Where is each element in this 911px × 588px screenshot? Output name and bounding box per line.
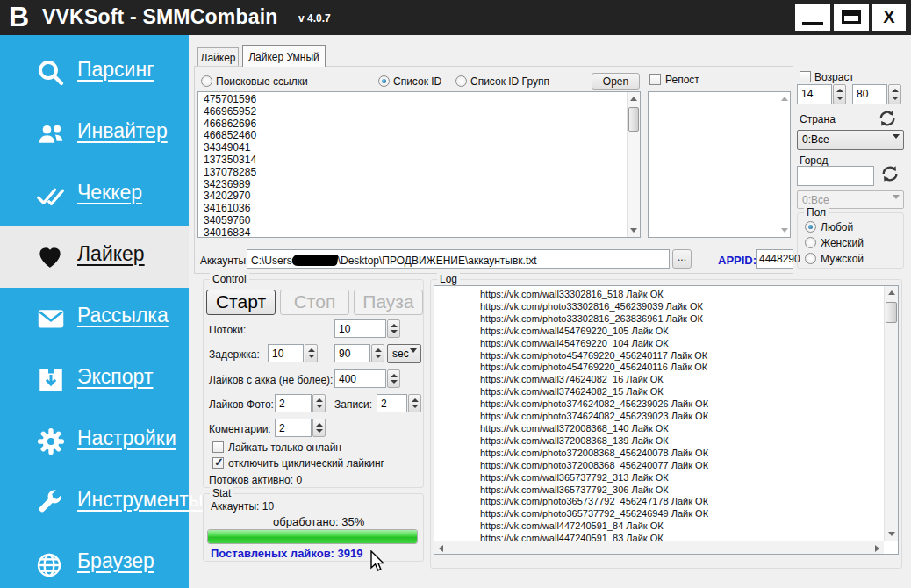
id-list-item: 137350314: [200, 154, 626, 167]
log-entry: https://vk.com/wall372008368_139 Лайк ОК: [434, 435, 883, 448]
age-max-spinner[interactable]: 80: [852, 84, 901, 104]
scroll-up-icon[interactable]: [628, 97, 640, 101]
repost-textarea[interactable]: [648, 91, 791, 238]
online-only-checkbox[interactable]: [212, 441, 224, 453]
accounts-label: Аккаунты: [200, 255, 246, 267]
app-window: B VVKSoft - SMMCombain v 4.0.7 X Парсинг…: [0, 0, 911, 588]
delay-max-spinner[interactable]: 90: [334, 344, 384, 362]
browse-button[interactable]: ...: [672, 249, 692, 269]
id-list-item: 466862696: [200, 118, 626, 131]
path-suffix: \Desktop\ПРОДВИЖЕНИЕ\аккаунтывк.txt: [338, 255, 537, 267]
sidebar-item-mailing[interactable]: Рассылка: [0, 288, 189, 349]
spinner-buttons[interactable]: [408, 394, 421, 412]
radio-label: Женский: [821, 237, 864, 249]
appid-input[interactable]: 4448290: [756, 249, 793, 269]
age-checkbox[interactable]: [800, 71, 811, 82]
refresh-city-icon[interactable]: [879, 163, 900, 184]
id-list[interactable]: 4757015964669659524668626964668524603434…: [197, 91, 641, 238]
log-entry: https://vk.com/photo365737792_456247178 …: [434, 496, 883, 508]
radio-gender-female[interactable]: [805, 237, 816, 248]
id-list-item: 137078285: [200, 167, 626, 179]
sidebar-item-browser[interactable]: Браузер: [0, 534, 189, 588]
sidebar-item-tools[interactable]: Инструменты: [0, 472, 189, 534]
tab-liker-smart[interactable]: Лайкер Умный: [242, 45, 326, 67]
sidebar-item-checker[interactable]: Чеккер: [0, 165, 189, 226]
sidebar-item-export[interactable]: Экспорт: [0, 349, 189, 411]
scroll-right-icon[interactable]: [875, 545, 879, 552]
radio-gender-any[interactable]: [805, 221, 816, 233]
country-dropdown[interactable]: 0:Все: [797, 130, 904, 150]
threads-spinner[interactable]: 10: [334, 319, 400, 338]
scroll-left-icon[interactable]: [439, 545, 443, 552]
radio-search-links[interactable]: [201, 75, 212, 87]
tab-liker[interactable]: Лайкер: [197, 47, 239, 67]
stat-group-label: Stat: [210, 487, 233, 499]
disable-cyclic-checkbox[interactable]: [212, 457, 224, 469]
repost-checkbox[interactable]: [649, 74, 661, 85]
log-entry: https://vk.com/wall447240591_84 Лайк ОК: [434, 520, 883, 533]
maximize-button[interactable]: [834, 4, 869, 31]
city-input[interactable]: [797, 166, 874, 186]
start-button[interactable]: Старт: [206, 290, 276, 315]
refresh-country-icon[interactable]: [877, 108, 898, 129]
log-entry: https://vk.com/photo372008368_456240078 …: [434, 448, 883, 460]
log-group-label: Log: [437, 273, 460, 285]
log-entry: https://vk.com/wall454769220_105 Лайк ОК: [434, 326, 883, 338]
radio-id-list[interactable]: [378, 75, 390, 87]
sidebar-item-settings[interactable]: Настройки: [0, 411, 189, 472]
redaction-scribble: [291, 255, 338, 266]
export-icon: [35, 364, 67, 396]
log-entry: https://vk.com/photo374624082_456239026 …: [434, 398, 883, 411]
scroll-up-icon[interactable]: [778, 97, 790, 101]
threads-label: Потоки:: [209, 324, 246, 336]
log-hscrollbar[interactable]: [434, 541, 884, 554]
accounts-path-input[interactable]: C:\Users\Desktop\ПРОДВИЖЕНИЕ\аккаунтывк.…: [247, 249, 670, 269]
radio-label: Поисковые ссылки: [216, 75, 308, 88]
log-entry: https://vk.com/photo33302816_263836961 Л…: [434, 313, 883, 326]
sidebar: Парсинг Инвайтер Чеккер Лайкер Рассылка: [0, 35, 189, 588]
age-label: Возраст: [814, 71, 854, 83]
wrench-icon: [35, 487, 67, 519]
delay-unit-dropdown[interactable]: sec: [387, 344, 421, 363]
close-button[interactable]: X: [872, 4, 906, 31]
spinner-buttons[interactable]: [387, 369, 400, 388]
double-check-icon: [35, 180, 67, 212]
likes-per-account-spinner[interactable]: 400: [334, 369, 400, 388]
spinner-buttons[interactable]: [387, 319, 400, 338]
spinner-buttons[interactable]: [371, 344, 384, 362]
likes-photo-spinner[interactable]: 2: [275, 394, 326, 412]
log-entry: https://vk.com/photo454769220_456240116 …: [434, 362, 883, 374]
pause-button: Пауза: [354, 290, 423, 315]
sidebar-item-parsing[interactable]: Парсинг: [0, 42, 189, 104]
scroll-down-icon[interactable]: [628, 228, 640, 233]
chevron-down-icon: [893, 195, 900, 199]
minimize-button[interactable]: [795, 4, 830, 31]
id-list-scrollbar[interactable]: [627, 92, 640, 237]
spinner-buttons[interactable]: [833, 84, 846, 104]
sidebar-item-liker[interactable]: Лайкер: [0, 226, 189, 288]
id-list-item: 34161036: [200, 203, 626, 215]
scrollbar-thumb[interactable]: [886, 302, 897, 323]
repost-scrollbar[interactable]: [778, 92, 790, 237]
scrollbar-thumb[interactable]: [628, 107, 639, 132]
delay-min-spinner[interactable]: 10: [268, 344, 318, 362]
comments-spinner[interactable]: 2: [275, 419, 326, 437]
log-entry: https://vk.com/wall365737792_306 Лайк ОК: [434, 484, 883, 497]
minimize-icon: [802, 22, 823, 25]
radio-gender-male[interactable]: [805, 253, 816, 264]
open-button[interactable]: Open: [592, 73, 640, 90]
scroll-down-icon[interactable]: [778, 228, 790, 233]
posts-spinner[interactable]: 2: [377, 394, 421, 412]
scroll-up-icon[interactable]: [885, 290, 898, 295]
log-vscrollbar[interactable]: [884, 286, 898, 541]
log-list[interactable]: https://vk.com/wall33302816_518 Лайк ОКh…: [434, 285, 899, 555]
age-min-spinner[interactable]: 14: [797, 84, 846, 104]
radio-group-id-list[interactable]: [456, 75, 467, 87]
spinner-buttons[interactable]: [888, 84, 901, 104]
id-list-item: 466965952: [200, 106, 626, 118]
scroll-down-icon[interactable]: [885, 532, 898, 536]
spinner-buttons[interactable]: [312, 394, 326, 412]
spinner-buttons[interactable]: [312, 419, 326, 437]
spinner-buttons[interactable]: [305, 344, 318, 362]
sidebar-item-inviter[interactable]: Инвайтер: [0, 104, 189, 165]
